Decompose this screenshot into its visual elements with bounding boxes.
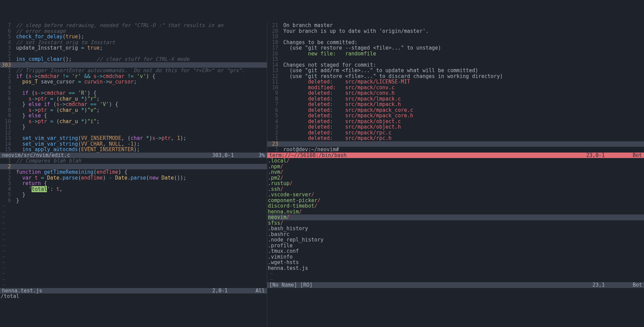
- code-line[interactable]: 23: [267, 141, 644, 147]
- empty-line: ~: [0, 243, 267, 249]
- code-line[interactable]: 14 Changes not staged for commit:: [267, 62, 644, 68]
- file-entry[interactable]: .bashrc: [268, 232, 644, 237]
- code-line[interactable]: 8 deleted: src/mpack/lmpack.c: [267, 96, 644, 102]
- left-column: 7 // sleep before redrawing, needed for …: [0, 23, 267, 327]
- status-right: 2,0-1 All: [212, 288, 265, 294]
- code-line[interactable]: 2: [0, 51, 267, 57]
- code-line[interactable]: 18 Changes to be committed:: [267, 40, 644, 45]
- code-line[interactable]: 10 modified: src/mpack/conv.c: [267, 85, 644, 91]
- code-line[interactable]: 7 // sleep before redrawing, needed for …: [0, 23, 267, 28]
- line-number: 1: [0, 169, 13, 175]
- code-line[interactable]: 4 deleted: src/mpack/object.c: [267, 119, 644, 125]
- code-line[interactable]: 3 pos_T save_cursor = curwin->w_cursor;: [0, 79, 267, 85]
- code-line[interactable]: 6 }: [0, 198, 267, 204]
- code-line[interactable]: 14 set_vim_var_string(VV_CHAR, NULL, -1)…: [0, 141, 267, 147]
- code-line[interactable]: 13 set_vim_var_string(VV_INSERTMODE, (ch…: [0, 135, 267, 141]
- code-line[interactable]: 4 // set Insstart_orig to Insstart: [0, 40, 267, 45]
- code-line[interactable]: 21 On branch master: [267, 23, 644, 28]
- code-line[interactable]: 10 s->ptr = (char_u *)"i";: [0, 119, 267, 125]
- code-line[interactable]: 15 ins_apply_autocmds(EVENT_INSERTENTER)…: [0, 147, 267, 153]
- file-entry[interactable]: henna.test.js: [268, 265, 644, 271]
- command-line[interactable]: /total: [0, 293, 267, 299]
- code-line[interactable]: 12: [0, 130, 267, 136]
- statusline-file-browser: [No Name] [RO] 23,1 Bot: [267, 282, 644, 288]
- line-number: 8: [267, 96, 280, 102]
- code-line[interactable]: 1 ins_compl_clear(); // clear stuff for …: [0, 56, 267, 62]
- status-file: term://~//56108:/bin/bash: [269, 153, 347, 158]
- code-line[interactable]: 1 function getTimeRemaining(endTime) {: [0, 169, 267, 175]
- code-line[interactable]: 1 // Compares blah blah: [0, 158, 267, 164]
- code-line[interactable]: 2 var t = Date.parse(endTime) - Date.par…: [0, 175, 267, 181]
- code-line[interactable]: 2 if (s->cmdchar != 'r' && s->cmdchar !=…: [0, 74, 267, 79]
- code-line[interactable]: 8 s->ptr = (char_u *)"v";: [0, 107, 267, 113]
- empty-line: ~: [0, 265, 267, 271]
- code-line[interactable]: 5 deleted: src/mpack/mpack_core.h: [267, 113, 644, 119]
- code-line[interactable]: 5 }: [0, 192, 267, 198]
- code-line[interactable]: 5 check_for_delay(true);: [0, 34, 267, 40]
- file-entry[interactable]: .viminfo: [268, 254, 644, 260]
- code-line[interactable]: 12 (use "git restore <file>..." to disca…: [267, 74, 644, 79]
- code-line[interactable]: 13 (use "git add/rm <file>..." to update…: [267, 68, 644, 74]
- code-line[interactable]: 7 deleted: src/mpack/lmpack.h: [267, 102, 644, 107]
- line-number: 6: [267, 107, 280, 113]
- file-entry[interactable]: sfss/: [268, 220, 644, 226]
- code-line[interactable]: 6 // error message: [0, 28, 267, 34]
- code-line[interactable]: 3 update_Insstart_orig = true;: [0, 45, 267, 51]
- code-line[interactable]: 11 deleted: src/mpack/LICENSE-MIT: [267, 79, 644, 85]
- code-line[interactable]: 1 deleted: src/mpack/rpc.h: [267, 135, 644, 141]
- file-entry[interactable]: .vscode-server/: [268, 192, 644, 198]
- code-line[interactable]: 1 // Trigger InsertEnter autocommands. D…: [0, 68, 267, 74]
- file-entry[interactable]: .tmux.conf: [268, 248, 644, 254]
- code-line[interactable]: 9 deleted: src/mpack/conv.h: [267, 90, 644, 96]
- file-entry[interactable]: component-picker/: [268, 198, 644, 204]
- code-line[interactable]: 7 } else if (s->cmdchar == 'V') {: [0, 102, 267, 107]
- pane-terminal[interactable]: 21 On branch master20 Your branch is up …: [267, 23, 644, 153]
- file-entry[interactable]: .npm/: [268, 164, 644, 170]
- code-line[interactable]: 2 deleted: src/mpack/rpc.c: [267, 130, 644, 136]
- code-line[interactable]: 303: [0, 62, 267, 68]
- file-entry[interactable]: .local/: [268, 158, 644, 164]
- code-line[interactable]: 2: [0, 164, 267, 170]
- pane-edit-c[interactable]: 7 // sleep before redrawing, needed for …: [0, 23, 267, 153]
- file-entry[interactable]: .node_repl_history: [268, 237, 644, 243]
- line-number: 6: [0, 28, 13, 34]
- line-number: 1: [267, 135, 280, 141]
- code-line[interactable]: 11 }: [0, 124, 267, 130]
- code-line[interactable]: 4 'total': t,: [0, 186, 267, 192]
- file-entry[interactable]: .bash_history: [268, 226, 644, 232]
- code-line[interactable]: 6 s->ptr = (char_u *)"r";: [0, 96, 267, 102]
- file-entry[interactable]: .profile: [268, 243, 644, 249]
- line-number: 3: [0, 45, 13, 51]
- status-right: 23,1 Bot: [593, 282, 642, 288]
- file-entry[interactable]: .wget-hsts: [268, 260, 644, 265]
- file-entry[interactable]: .rustup/: [268, 181, 644, 186]
- pane-henna-js[interactable]: 1 // Compares blah blah2 1 function getT…: [0, 158, 267, 288]
- code-line[interactable]: 17 (use "git restore --staged <file>..."…: [267, 45, 644, 51]
- line-number: 5: [267, 113, 280, 119]
- code-line[interactable]: 9 } else {: [0, 113, 267, 119]
- code-line[interactable]: 3 deleted: src/mpack/object.h: [267, 124, 644, 130]
- file-entry[interactable]: henna.nvim/: [268, 209, 644, 215]
- code-line[interactable]: 15: [267, 56, 644, 62]
- line-number: 10: [0, 119, 13, 125]
- file-entry[interactable]: .ssh/: [268, 186, 644, 192]
- code-line[interactable]: 20 Your branch is up to date with 'origi…: [267, 28, 644, 34]
- code-line[interactable]: 1 root@dev:~/neovim#: [267, 147, 644, 153]
- file-entry[interactable]: .pm2/: [268, 175, 644, 181]
- pane-file-browser[interactable]: .local/.npm/.nvm/.pm2/.rustup/.ssh/.vsco…: [267, 158, 644, 282]
- code-line[interactable]: 4: [0, 85, 267, 91]
- file-entry[interactable]: discord-timebot/: [268, 203, 644, 209]
- empty-line: ~: [0, 248, 267, 254]
- empty-line: ~: [0, 260, 267, 265]
- code-line[interactable]: 6 deleted: src/mpack/mpack_core.c: [267, 107, 644, 113]
- line-number: 12: [267, 74, 280, 79]
- file-entry[interactable]: neovim/: [268, 214, 644, 220]
- code-line[interactable]: 19: [267, 34, 644, 40]
- line-number: 3: [0, 181, 13, 186]
- code-line[interactable]: 16 new file: randomfile: [267, 51, 644, 57]
- line-number: 8: [0, 107, 13, 113]
- code-line[interactable]: 3 return {: [0, 181, 267, 186]
- code-line[interactable]: 5 if (s->cmdchar == 'R') {: [0, 90, 267, 96]
- editor-root: 7 // sleep before redrawing, needed for …: [0, 23, 644, 327]
- file-entry[interactable]: .nvm/: [268, 169, 644, 175]
